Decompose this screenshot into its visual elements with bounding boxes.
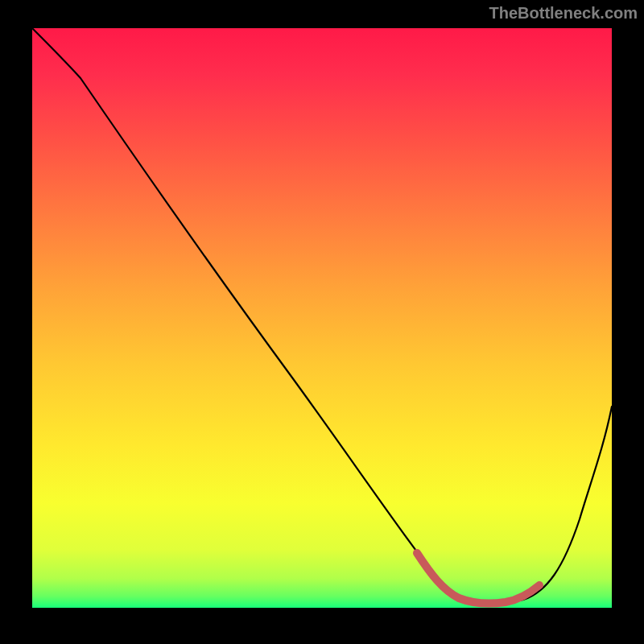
main-curve (32, 28, 612, 604)
watermark-text: TheBottleneck.com (489, 4, 638, 23)
chart-container: TheBottleneck.com (0, 0, 644, 644)
chart-svg (32, 28, 612, 608)
plot-area (32, 28, 612, 608)
optimal-range-curve (417, 553, 539, 604)
